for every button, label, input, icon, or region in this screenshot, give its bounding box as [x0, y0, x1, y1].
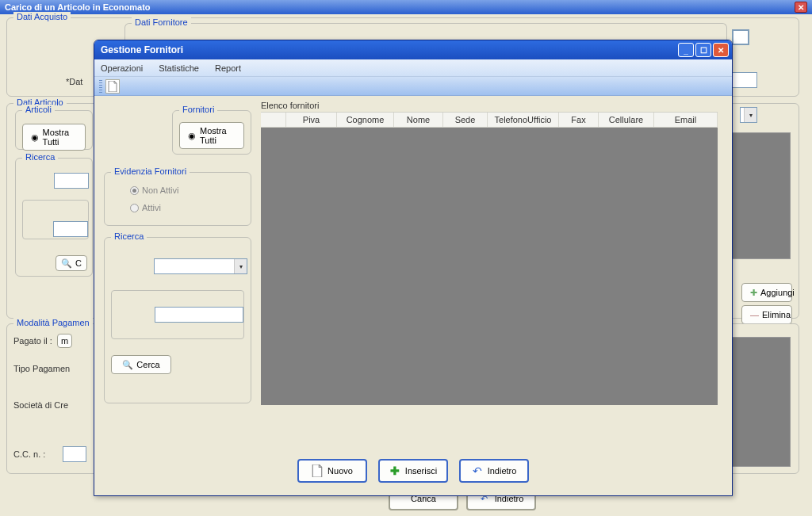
tipo-pagamento-label: Tipo Pagamen [13, 364, 70, 373]
group-title-evidenzia: Evidenzia Fornitori [111, 166, 190, 176]
dialog-button-row: Nuovo ✚ Inserisci ↶ Indietro [94, 459, 732, 483]
col-email[interactable]: Email [654, 113, 718, 127]
attivi-label: Attivi [142, 203, 161, 212]
col-fax[interactable]: Fax [559, 113, 599, 127]
col-cognome[interactable]: Cognome [337, 113, 394, 127]
minus-icon: ― [750, 309, 759, 320]
cerca-label: Cerca [136, 360, 159, 369]
group-title-ricerca-dialog: Ricerca [111, 231, 147, 241]
ccn-label: C.C. n. : [13, 449, 45, 459]
ricerca-subpanel [22, 200, 89, 239]
new-icon [312, 465, 323, 476]
aggiungi-label: Aggiungi [760, 288, 795, 297]
group-ricerca-bg: Ricerca 🔍 C [15, 158, 93, 277]
table-body[interactable] [261, 128, 718, 405]
ricerca-input-1[interactable] [54, 173, 89, 189]
label-dat: *Dat [66, 77, 82, 86]
outer-titlebar: Carico di un Articolo in Economato ✕ [0, 0, 812, 14]
menu-report[interactable]: Report [215, 63, 241, 73]
col-cellulare[interactable]: Cellulare [599, 113, 654, 127]
plus-icon: ✚ [750, 287, 757, 298]
radio-non-attivi[interactable]: Non Attivi [130, 185, 244, 195]
col-sede[interactable]: Sede [443, 113, 488, 127]
dialog-title: Gestione Fornitori [101, 44, 183, 55]
maximize-button[interactable]: ☐ [695, 43, 711, 57]
table-fornitori: Piva Cognome Nome Sede TelefonoUfficio F… [261, 112, 718, 405]
mostra-tutti-articoli-button[interactable]: ◉ Mostra Tutti [22, 124, 86, 151]
menu-operazioni[interactable]: Operazioni [101, 63, 143, 73]
radio-attivi[interactable]: Attivi [130, 203, 244, 212]
close-button[interactable]: ✕ [713, 43, 729, 57]
group-evidenzia-fornitori: Evidenzia Fornitori Non Attivi Attivi [104, 172, 251, 226]
group-ricerca-dialog: Ricerca ▾ 🔍 Cerca [104, 237, 251, 403]
search-icon: 🔍 [61, 258, 72, 269]
minimize-button[interactable]: _ [678, 43, 694, 57]
elimina-label: Elimina [762, 310, 791, 319]
group-fornitori: Fornitori ◉ Mostra Tutti [172, 110, 251, 155]
search-button-bg[interactable]: 🔍 C [56, 255, 87, 271]
dialog-menubar: Operazioni Statistiche Report [94, 59, 732, 77]
dialog-gestione-fornitori: Gestione Fornitori _ ☐ ✕ Operazioni Stat… [94, 40, 733, 496]
table-title: Elenco fornitori [261, 101, 319, 110]
group-articoli: Articoli ◉ Mostra Tutti [15, 110, 93, 150]
input-top-right[interactable] [732, 29, 749, 45]
bullet-icon: ◉ [188, 130, 197, 141]
pagato-il-label: Pagato il : [13, 336, 52, 346]
combo-articolo[interactable]: ▾ [740, 107, 757, 123]
c-label: C [75, 258, 82, 268]
group-title-fornitori: Fornitori [179, 105, 217, 114]
table-header: Piva Cognome Nome Sede TelefonoUfficio F… [261, 112, 718, 128]
bullet-icon: ◉ [31, 132, 40, 143]
col-nome[interactable]: Nome [394, 113, 443, 127]
radio-icon [130, 204, 139, 212]
inserisci-label: Inserisci [405, 466, 437, 476]
group-title-modalita: Modalità Pagamen [13, 318, 93, 327]
ricerca-input-2[interactable] [53, 221, 88, 237]
indietro-button[interactable]: ↶ Indietro [459, 459, 529, 483]
menu-statistiche[interactable]: Statistiche [159, 63, 199, 73]
ccn-input[interactable] [63, 446, 86, 462]
cerca-button[interactable]: 🔍 Cerca [111, 355, 171, 374]
elimina-button[interactable]: ― Elimina [741, 305, 792, 324]
plus-icon: ✚ [389, 465, 400, 476]
societa-credito-label: Società di Cre [13, 400, 68, 410]
chevron-down-icon: ▾ [234, 259, 247, 273]
outer-window-title: Carico di un Articolo in Economato [5, 2, 151, 12]
nuovo-button[interactable]: Nuovo [297, 459, 367, 483]
col-telefono[interactable]: TelefonoUfficio [488, 113, 559, 127]
close-icon[interactable]: ✕ [795, 2, 807, 13]
dialog-titlebar: Gestione Fornitori _ ☐ ✕ [94, 40, 732, 59]
group-title-dati-acquisto: Dati Acquisto [13, 12, 71, 21]
inserisci-button[interactable]: ✚ Inserisci [378, 459, 448, 483]
m-label: m [61, 336, 68, 346]
ricerca-subgroup [111, 290, 244, 339]
group-title-ricerca-bg: Ricerca [22, 152, 58, 162]
indietro-label: Indietro [488, 466, 517, 476]
mostra-tutti-label: Mostra Tutti [43, 128, 77, 147]
undo-icon: ↶ [472, 465, 483, 476]
dialog-toolbar [94, 77, 732, 96]
toolbar-grip [99, 80, 102, 93]
group-title-articoli: Articoli [22, 105, 55, 114]
ricerca-combo[interactable]: ▾ [154, 258, 247, 274]
aggiungi-button[interactable]: ✚ Aggiungi [741, 283, 792, 302]
non-attivi-label: Non Attivi [142, 185, 178, 195]
nuovo-label: Nuovo [327, 466, 353, 476]
group-title-dati-fornitore: Dati Fornitore [132, 17, 191, 27]
search-icon: 🔍 [122, 359, 133, 370]
m-button[interactable]: m [57, 334, 72, 348]
ricerca-text-input[interactable] [155, 307, 243, 323]
chevron-down-icon: ▾ [744, 108, 756, 122]
mostra-tutti-fornitori-label: Mostra Tutti [200, 126, 236, 145]
col-piva[interactable]: Piva [286, 113, 337, 127]
radio-icon [130, 186, 139, 195]
input-right-2[interactable] [730, 72, 757, 88]
mostra-tutti-fornitori-button[interactable]: ◉ Mostra Tutti [179, 122, 244, 149]
col-selector[interactable] [261, 113, 286, 127]
new-document-icon[interactable] [105, 79, 120, 94]
